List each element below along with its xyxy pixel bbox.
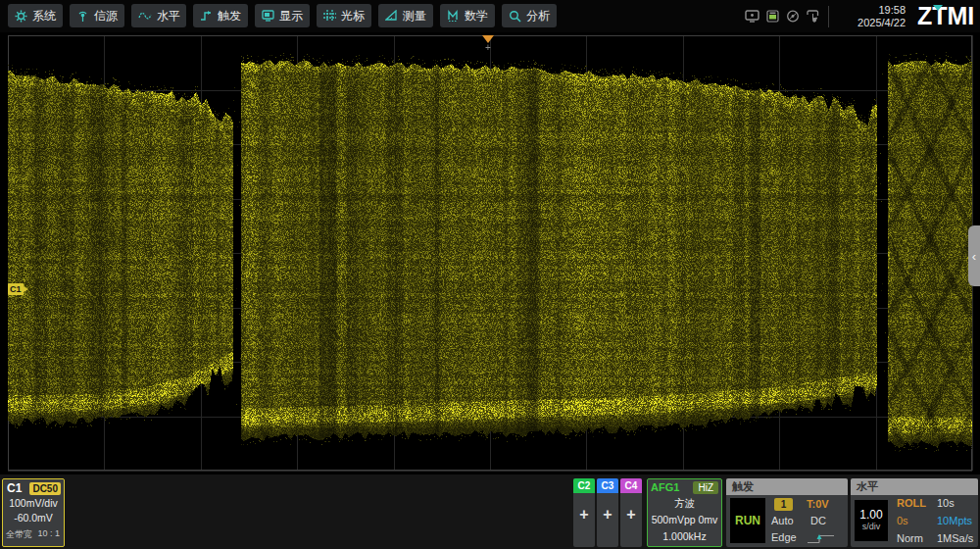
channel4-box[interactable]: C4 +	[620, 478, 642, 547]
channel1-bandwidth: 全带宽	[6, 528, 32, 541]
menu-label-horizontal: 水平	[157, 8, 180, 25]
channel4-label: C4	[620, 478, 642, 493]
afg-frequency: 1.000kHz	[648, 528, 721, 545]
horizontal-delay: 0s	[897, 515, 908, 526]
menu-button-math[interactable]: 数学	[440, 4, 495, 27]
menu-button-trigger[interactable]: 触发	[193, 4, 248, 27]
channel1-label: C1	[7, 481, 22, 495]
horizontal-box[interactable]: 水平 1.00 s/div ROLL 10s 0s 10Mpts Norm 1M…	[851, 478, 978, 547]
menu-label-trigger: 触发	[218, 8, 241, 25]
menu-button-display[interactable]: 显示	[255, 4, 310, 27]
horizontal-title: 水平	[851, 478, 978, 495]
clock-time: 19:58	[835, 4, 906, 17]
clock: 19:58 2025/4/22	[835, 4, 911, 29]
trigger-mode: Auto	[771, 515, 794, 526]
horizontal-mode: ROLL	[897, 497, 926, 509]
separator	[828, 6, 829, 27]
afg-impedance-badge: HiZ	[693, 481, 718, 494]
horizontal-sample-rate: 1MSa/s	[937, 532, 973, 544]
channel2-box[interactable]: C2 +	[573, 478, 595, 547]
touch-icon[interactable]	[806, 10, 820, 23]
trigger-state: RUN	[730, 498, 765, 543]
trigger-title: 触发	[726, 478, 848, 495]
logo-accent-icon	[933, 5, 943, 11]
channel2-label: C2	[573, 478, 595, 493]
horizontal-scale-value: 1.00	[859, 509, 882, 522]
horizontal-window: 10s	[937, 497, 955, 509]
trigger-type: Edge	[771, 531, 797, 543]
top-menu-bar: 系统 信源 水平 触发 显示 光标	[0, 0, 980, 32]
waveform-display: + C1 ‹	[0, 32, 980, 474]
waveform-canvas[interactable]	[0, 32, 980, 474]
menu-label-analysis: 分析	[526, 8, 550, 25]
screen-mirror-icon[interactable]	[745, 10, 760, 23]
channel1-scale: 100mV/div	[3, 496, 64, 511]
channel3-box[interactable]: C3 +	[597, 478, 618, 547]
horizontal-acquire: Norm	[897, 532, 923, 544]
oscilloscope-app: 系统 信源 水平 触发 显示 光标	[0, 0, 980, 549]
menu-label-source: 信源	[94, 8, 118, 25]
menu-button-system[interactable]: 系统	[8, 4, 63, 27]
afg-box[interactable]: AFG1 HiZ 方波 500mVpp 0mv 1.000kHz	[647, 478, 722, 547]
source-icon	[76, 10, 89, 23]
channel4-add-button[interactable]: +	[620, 506, 642, 524]
rising-edge-icon	[807, 532, 836, 545]
trigger-source-badge: 1	[774, 498, 793, 511]
gear-icon	[15, 10, 27, 23]
measure-icon	[385, 10, 398, 22]
menu-label-cursor: 光标	[341, 8, 365, 25]
clock-date: 2025/4/22	[835, 17, 906, 29]
menu-label-display: 显示	[279, 8, 303, 25]
menu-button-horizontal[interactable]: 水平	[131, 4, 186, 27]
trigger-box[interactable]: 触发 RUN 1 T:0V Auto DC Edge	[726, 478, 848, 547]
menu-button-measure[interactable]: 测量	[378, 4, 433, 27]
horizontal-memory: 10Mpts	[937, 515, 972, 526]
status-bar: C1 DC50 100mV/div -60.0mV 全带宽 10 : 1 C2 …	[0, 474, 980, 549]
menu-label-system: 系统	[32, 8, 56, 25]
trigger-cross-marker: +	[485, 43, 491, 53]
channel1-box[interactable]: C1 DC50 100mV/div -60.0mV 全带宽 10 : 1	[2, 478, 65, 547]
disc-icon[interactable]	[786, 10, 800, 23]
trigger-level: T:0V	[807, 498, 829, 510]
channel1-probe-ratio: 10 : 1	[37, 528, 60, 541]
afg-amplitude-offset: 500mVpp 0mv	[648, 512, 721, 528]
horizontal-scale-unit: s/div	[862, 522, 881, 532]
chevron-left-icon: ‹	[972, 249, 976, 264]
channel1-offset-marker[interactable]: C1	[8, 283, 24, 295]
menu-button-cursor[interactable]: 光标	[317, 4, 371, 27]
afg-wave-type: 方波	[648, 495, 721, 512]
afg-label: AFG1	[651, 481, 679, 493]
channel1-offset: -60.0mV	[3, 511, 64, 525]
display-icon	[262, 10, 274, 22]
brand-logo: ZTMI	[917, 2, 978, 30]
analysis-icon	[509, 10, 521, 23]
main-menu: 系统 信源 水平 触发 显示 光标	[8, 4, 557, 27]
trigger-coupling: DC	[810, 515, 826, 526]
cursor-icon	[323, 10, 336, 22]
channel2-add-button[interactable]: +	[573, 506, 595, 524]
side-panel-handle[interactable]: ‹	[968, 225, 980, 286]
channel3-label: C3	[597, 478, 618, 493]
math-icon	[447, 10, 460, 22]
menu-label-math: 数学	[465, 8, 488, 25]
menu-button-analysis[interactable]: 分析	[502, 4, 557, 27]
trigger-icon	[200, 10, 213, 22]
menu-button-source[interactable]: 信源	[70, 4, 124, 27]
status-cluster: 19:58 2025/4/22 ZTMI	[745, 0, 980, 32]
channel3-add-button[interactable]: +	[597, 506, 618, 524]
horizontal-scale-box: 1.00 s/div	[855, 500, 888, 541]
wave-icon	[138, 10, 152, 22]
menu-label-measure: 测量	[403, 8, 426, 25]
channel1-coupling-badge: DC50	[29, 482, 61, 495]
storage-card-icon[interactable]	[765, 10, 780, 23]
